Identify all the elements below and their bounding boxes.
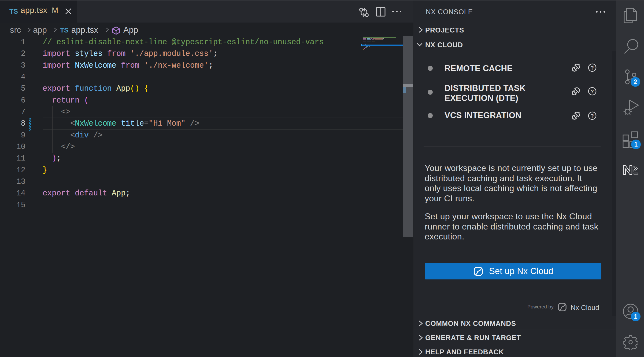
svg-text:?: ? [591,89,594,94]
svg-text:?: ? [591,65,594,71]
svg-text:?: ? [591,113,594,119]
